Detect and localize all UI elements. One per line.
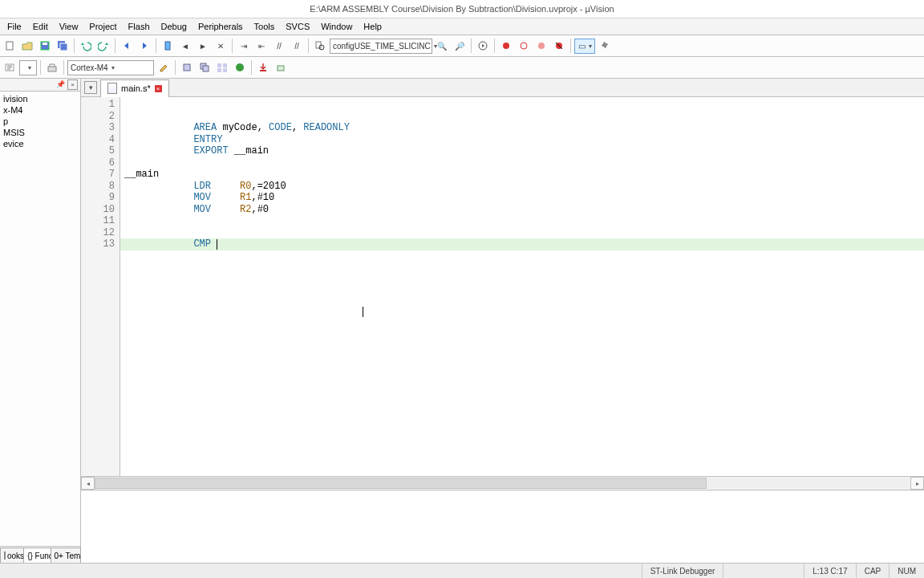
- uncomment-button[interactable]: //: [289, 38, 305, 54]
- code-line[interactable]: [120, 111, 924, 123]
- code-line[interactable]: AREA myCode, CODE, READONLY: [120, 122, 924, 134]
- line-number: 9: [81, 192, 120, 204]
- scroll-track[interactable]: [95, 478, 910, 489]
- stop-build-button[interactable]: [232, 59, 248, 75]
- window-title: E:\ARM ASSEMBLY Course\Division By Subtr…: [0, 0, 924, 18]
- open-file-button[interactable]: [19, 38, 35, 54]
- caret: [217, 239, 217, 250]
- breakpoint-insert-button[interactable]: [498, 38, 514, 54]
- menu-tools[interactable]: Tools: [249, 20, 281, 33]
- bookmark-toggle-button[interactable]: [160, 38, 176, 54]
- code-line[interactable]: MOV R2,#0: [120, 204, 924, 216]
- tabstrip-menu-button[interactable]: ▾: [84, 81, 97, 94]
- bookmark-clear-button[interactable]: ✕: [213, 38, 229, 54]
- incremental-find-button[interactable]: 🔎: [452, 38, 468, 54]
- translate-button[interactable]: [2, 59, 18, 75]
- find-in-files-button[interactable]: [312, 38, 328, 54]
- code-line[interactable]: LDR R0,=2010: [120, 181, 924, 193]
- breakpoint-kill-button[interactable]: [551, 38, 567, 54]
- line-number: 2: [81, 111, 120, 123]
- outdent-button[interactable]: ⇤: [253, 38, 270, 54]
- svg-point-9: [503, 43, 509, 49]
- save-all-button[interactable]: [55, 38, 71, 54]
- code-line[interactable]: EXPORT __main: [120, 145, 924, 157]
- menu-svcs[interactable]: SVCS: [280, 20, 315, 33]
- rebuild-button[interactable]: [197, 59, 213, 75]
- tree-item[interactable]: MSIS: [2, 127, 80, 138]
- sidebar-tab-books[interactable]: ooks: [0, 547, 24, 563]
- code-line[interactable]: [120, 227, 924, 239]
- sidebar-close-button[interactable]: ×: [67, 79, 78, 90]
- pointer-ibeam: [363, 307, 363, 317]
- nav-forward-button[interactable]: [136, 38, 152, 54]
- svg-rect-4: [60, 43, 67, 51]
- project-tree[interactable]: ivisionx-M4pMSISevice: [0, 92, 80, 546]
- translate-dropdown[interactable]: ▾: [19, 60, 37, 75]
- code-line[interactable]: [120, 99, 924, 111]
- menu-debug[interactable]: Debug: [156, 20, 192, 33]
- code-editor[interactable]: AREA myCode, CODE, READONLY ENTRY EXPORT…: [120, 97, 924, 476]
- editor-horizontal-scrollbar[interactable]: ◂ ▸: [81, 476, 924, 490]
- build-toolbar: ▾ Cortex-M4▾: [0, 57, 924, 79]
- load-application-button[interactable]: [273, 59, 289, 75]
- svg-rect-25: [278, 66, 284, 71]
- svg-rect-19: [217, 63, 221, 67]
- menu-help[interactable]: Help: [358, 20, 387, 33]
- breakpoint-disable-button[interactable]: [533, 38, 549, 54]
- scroll-thumb[interactable]: [95, 478, 707, 489]
- svg-point-11: [538, 43, 545, 49]
- menu-window[interactable]: Window: [315, 20, 358, 33]
- status-num: NUM: [889, 564, 924, 578]
- file-icon: [107, 83, 117, 94]
- status-cap: CAP: [856, 564, 890, 578]
- download-button[interactable]: [255, 59, 271, 75]
- window-layout-button[interactable]: ▭▾: [574, 39, 595, 54]
- build-button[interactable]: [179, 59, 195, 75]
- code-line[interactable]: CMP: [120, 238, 924, 250]
- configure-button[interactable]: [597, 38, 613, 54]
- chevron-down-icon: ▾: [111, 64, 115, 71]
- tree-item[interactable]: p: [2, 116, 80, 127]
- tab-close-button[interactable]: ×: [155, 85, 162, 92]
- code-line[interactable]: __main: [120, 169, 924, 181]
- code-line[interactable]: ENTRY: [120, 134, 924, 146]
- scroll-left-button[interactable]: ◂: [81, 477, 95, 490]
- undo-button[interactable]: [78, 38, 94, 54]
- redo-button[interactable]: [95, 38, 111, 54]
- standard-toolbar: ◄ ► ✕ ⇥ ⇤ // // configUSE_TIME_SLICINC▾ …: [0, 35, 924, 57]
- menu-file[interactable]: File: [2, 20, 27, 33]
- find-combo[interactable]: configUSE_TIME_SLICINC▾: [330, 39, 432, 54]
- menu-peripherals[interactable]: Peripherals: [192, 20, 249, 33]
- menu-view[interactable]: View: [54, 20, 84, 33]
- code-line[interactable]: [120, 157, 924, 169]
- menu-flash[interactable]: Flash: [123, 20, 156, 33]
- code-line[interactable]: MOV R1,#10: [120, 192, 924, 204]
- find-next-button[interactable]: 🔍: [434, 38, 450, 54]
- tree-item[interactable]: x-M4: [2, 104, 80, 116]
- code-line[interactable]: [120, 215, 924, 227]
- target-select[interactable]: Cortex-M4▾: [67, 60, 154, 75]
- nav-back-button[interactable]: [119, 38, 135, 54]
- batch-build-button[interactable]: [214, 59, 230, 75]
- file-tab-main[interactable]: main.s* ×: [100, 79, 169, 97]
- breakpoint-enable-button[interactable]: [516, 38, 532, 54]
- scroll-right-button[interactable]: ▸: [910, 477, 924, 490]
- line-number: 11: [81, 215, 120, 227]
- bookmark-prev-button[interactable]: ◄: [177, 38, 193, 54]
- sidebar-tab-functions[interactable]: {} Func...: [23, 547, 51, 563]
- sidebar-tab-templates[interactable]: 0+ Temp...: [51, 547, 81, 563]
- bookmark-next-button[interactable]: ►: [195, 38, 211, 54]
- tree-item[interactable]: ivision: [2, 93, 80, 104]
- build-target-button[interactable]: [44, 59, 60, 75]
- indent-button[interactable]: ⇥: [236, 38, 252, 54]
- options-target-button[interactable]: [156, 59, 172, 75]
- tree-item[interactable]: evice: [2, 138, 80, 149]
- debug-start-button[interactable]: [475, 38, 491, 54]
- svg-rect-6: [316, 42, 321, 48]
- save-button[interactable]: [37, 38, 53, 54]
- pin-icon[interactable]: 📌: [56, 80, 65, 89]
- comment-button[interactable]: //: [271, 38, 287, 54]
- new-file-button[interactable]: [2, 38, 18, 54]
- menu-project[interactable]: Project: [83, 20, 122, 33]
- menu-edit[interactable]: Edit: [27, 20, 54, 33]
